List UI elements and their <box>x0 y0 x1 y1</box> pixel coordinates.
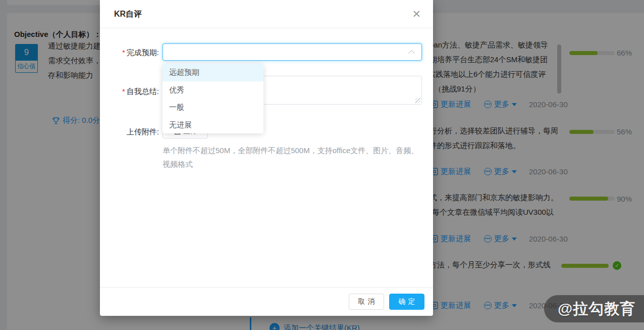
dropdown-option-excellent[interactable]: 优秀 <box>163 81 263 99</box>
summary-label: *自我总结: <box>100 87 159 97</box>
watermark-badge: @拉勾教育 <box>544 295 644 322</box>
required-mark: * <box>122 48 125 57</box>
upload-label: 上传附件: <box>100 127 159 137</box>
kr-self-review-modal: KR自评 ✕ *完成预期: *自我总结: 上传附件: 上传 单个附件不超过 <box>100 0 433 316</box>
modal-title: KR自评 <box>114 9 142 20</box>
expectation-dropdown: 远超预期 优秀 一般 无进展 <box>163 64 263 133</box>
dropdown-option-average[interactable]: 一般 <box>163 99 263 116</box>
resize-grip[interactable] <box>415 98 420 103</box>
close-icon[interactable]: ✕ <box>412 9 421 19</box>
modal-header: KR自评 ✕ <box>100 0 433 28</box>
dropdown-option-far-exceeded[interactable]: 远超预期 <box>163 64 263 81</box>
required-mark: * <box>122 87 125 96</box>
cancel-button[interactable]: 取消 <box>349 294 384 310</box>
expectation-label: *完成预期: <box>100 48 159 58</box>
expectation-select[interactable] <box>163 43 422 61</box>
chevron-up-icon <box>408 50 415 57</box>
modal-footer: 取消 确定 <box>100 287 433 316</box>
screen: Objective（个人目标）： 9 信心值 通过敏捷能力建 需求交付效率， 存… <box>0 0 644 330</box>
upload-hint: 单个附件不超过50M，全部附件不超过500M，支持office文件、图片、音频、… <box>163 144 423 171</box>
confirm-button[interactable]: 确定 <box>389 294 424 310</box>
watermark-text: @拉勾教育 <box>558 299 635 319</box>
dropdown-option-no-progress[interactable]: 无进展 <box>163 116 263 134</box>
